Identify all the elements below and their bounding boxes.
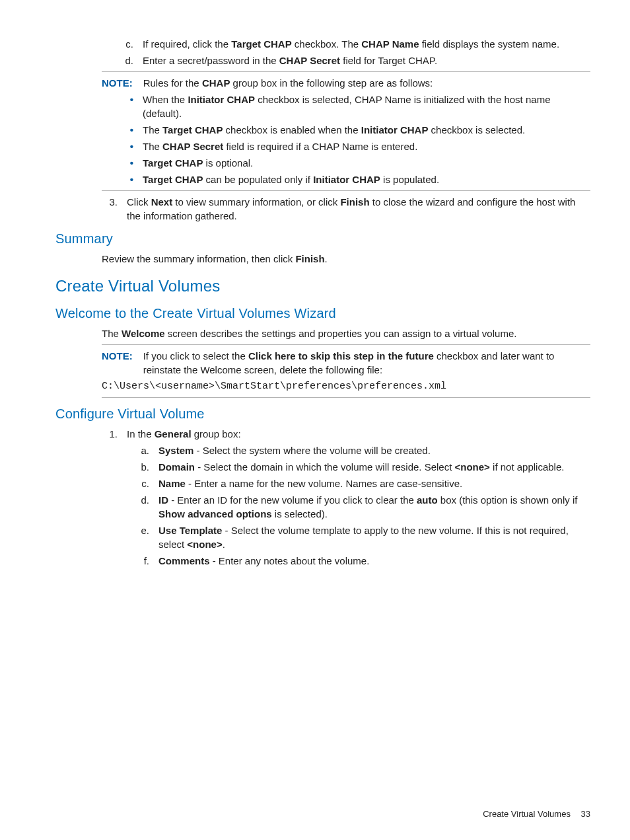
document-page: c. If required, click the Target CHAP ch… — [0, 0, 630, 840]
heading-cvv: Create Virtual Volumes — [55, 275, 590, 297]
bullet-icon: • — [118, 172, 143, 186]
note-1-label: NOTE: — [102, 76, 143, 90]
note-1-lead: Rules for the CHAP group box in the foll… — [143, 76, 590, 90]
heading-welcome: Welcome to the Create Virtual Volumes Wi… — [55, 304, 590, 323]
step-3-text: Click Next to view summary information, … — [127, 195, 590, 223]
configure-step-1-text: In the General group box: — [127, 427, 590, 441]
step-d-text: Enter a secret/password in the CHAP Secr… — [143, 54, 590, 67]
marker-c: c. — [118, 37, 143, 51]
note-2-text: If you click to select the Click here to… — [143, 349, 590, 377]
summary-text: Review the summary information, then cli… — [102, 252, 590, 266]
footer-title: Create Virtual Volumes — [483, 809, 571, 819]
bullet-icon: • — [118, 93, 143, 106]
note-1: NOTE: Rules for the CHAP group box in th… — [102, 76, 590, 90]
step-c-text: If required, click the Target CHAP check… — [143, 37, 590, 51]
sub-a: a. System - Select the system where the … — [55, 443, 590, 457]
sub-c: c. Name - Enter a name for the new volum… — [55, 477, 590, 490]
marker-e: e. — [133, 523, 158, 537]
sub-d: d. ID - Enter an ID for the new volume i… — [55, 493, 590, 521]
bullet-icon: • — [118, 156, 143, 170]
note1-bullet-0: • When the Initiator CHAP checkbox is se… — [55, 93, 590, 120]
rule-2 — [102, 190, 590, 191]
note1-bullet-4: • Target CHAP can be populated only if I… — [55, 172, 590, 186]
note1-bullet-3: • Target CHAP is optional. — [55, 156, 590, 170]
note-2: NOTE: If you click to select the Click h… — [102, 349, 590, 377]
marker-cc: c. — [133, 477, 158, 490]
rule-4 — [102, 397, 590, 398]
marker-f: f. — [133, 554, 158, 568]
sub-b: b. Domain - Select the domain in which t… — [55, 460, 590, 474]
page-footer: Create Virtual Volumes 33 — [483, 808, 590, 820]
step-d: d. Enter a secret/password in the CHAP S… — [55, 54, 590, 67]
marker-3: 3. — [102, 195, 127, 209]
heading-configure: Configure Virtual Volume — [55, 404, 590, 423]
configure-step-1: 1. In the General group box: — [55, 427, 590, 441]
sub-e: e. Use Template - Select the volume temp… — [55, 523, 590, 551]
note1-bullet-2: • The CHAP Secret field is required if a… — [55, 139, 590, 153]
marker-a: a. — [133, 443, 158, 457]
marker-d: d. — [118, 54, 143, 67]
sub-f: f. Comments - Enter any notes about the … — [55, 554, 590, 568]
bullet-icon: • — [118, 123, 143, 137]
marker-dd: d. — [133, 493, 158, 507]
rule-1 — [102, 71, 590, 72]
heading-summary: Summary — [55, 229, 590, 248]
note1-bullet-1: • The Target CHAP checkbox is enabled wh… — [55, 123, 590, 137]
rule-3 — [102, 344, 590, 345]
footer-page-number: 33 — [581, 809, 590, 819]
bullet-icon: • — [118, 139, 143, 153]
step-3: 3. Click Next to view summary informatio… — [55, 195, 590, 223]
marker-b: b. — [133, 460, 158, 474]
marker-1: 1. — [102, 427, 127, 441]
note-2-path: C:\Users\<username>\SmartStart\preferenc… — [102, 379, 590, 393]
welcome-text: The Welcome screen describes the setting… — [102, 326, 590, 340]
step-c: c. If required, click the Target CHAP ch… — [55, 37, 590, 51]
note-2-label: NOTE: — [102, 349, 143, 363]
